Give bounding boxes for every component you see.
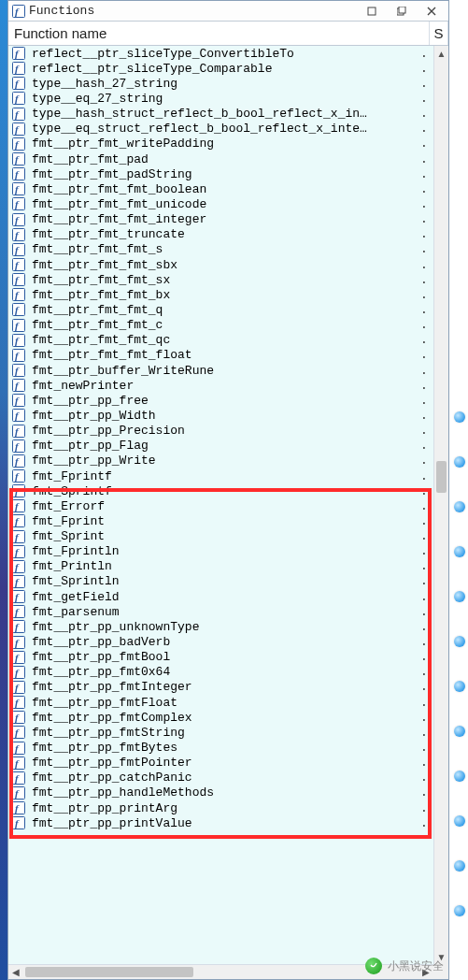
function-name: fmt__ptr_pp_fmtBool <box>32 650 418 664</box>
function-row[interactable]: fmt__ptr_pp_fmtFloat. <box>8 695 433 710</box>
function-row[interactable]: fmt__ptr_fmt_fmt_sx. <box>8 272 433 287</box>
function-name: fmt__ptr_fmt_fmt_integer <box>32 212 418 226</box>
function-row[interactable]: reflect__ptr_sliceType_ConvertibleTo. <box>8 46 433 61</box>
functions-list[interactable]: reflect__ptr_sliceType_ConvertibleTo.ref… <box>8 46 433 979</box>
horizontal-scrollbar[interactable]: ◀ ▶ <box>8 964 433 979</box>
function-row[interactable]: fmt__ptr_fmt_pad. <box>8 151 433 166</box>
column-header-function-name[interactable]: Function name <box>8 22 430 45</box>
function-icon <box>11 801 26 814</box>
function-icon <box>11 409 26 422</box>
function-segment: . <box>418 92 431 106</box>
function-row[interactable]: fmt_Fprintf. <box>8 468 433 483</box>
function-row[interactable]: fmt__ptr_pp_Flag. <box>8 439 433 454</box>
function-segment: . <box>418 394 431 408</box>
function-name: fmt_Sprintf <box>32 484 418 498</box>
function-icon <box>11 771 26 785</box>
function-row[interactable]: fmt_parsenum. <box>8 604 433 619</box>
function-row[interactable]: fmt__ptr_pp_handleMethods. <box>8 785 433 800</box>
function-icon <box>11 666 26 679</box>
function-row[interactable]: fmt_Sprint. <box>8 529 433 544</box>
function-icon <box>11 651 26 664</box>
function-segment: . <box>418 544 431 558</box>
function-icon <box>11 575 26 588</box>
function-row[interactable]: fmt_getField. <box>8 589 433 604</box>
function-row[interactable]: fmt__ptr_pp_catchPanic. <box>8 771 433 785</box>
scroll-right-arrow-icon[interactable]: ▶ <box>418 965 433 979</box>
function-row[interactable]: fmt__ptr_pp_Precision. <box>8 424 433 439</box>
function-row[interactable]: fmt__ptr_fmt_fmt_qc. <box>8 333 433 348</box>
function-row[interactable]: fmt_newPrinter. <box>8 378 433 393</box>
function-name: fmt__ptr_pp_free <box>32 394 418 408</box>
indicator-dot <box>454 681 465 692</box>
function-name: fmt_Sprintln <box>32 574 418 588</box>
function-row[interactable]: fmt__ptr_fmt_fmt_s. <box>8 242 433 257</box>
function-row[interactable]: fmt__ptr_fmt_fmt_boolean. <box>8 181 433 196</box>
function-segment: . <box>418 242 431 256</box>
scroll-track[interactable] <box>434 61 448 949</box>
function-segment: . <box>418 152 431 166</box>
function-row[interactable]: fmt__ptr_fmt_truncate. <box>8 227 433 242</box>
function-row[interactable]: fmt__ptr_pp_free. <box>8 393 433 408</box>
close-button[interactable] <box>418 3 445 20</box>
function-row[interactable]: fmt__ptr_pp_fmtPointer. <box>8 756 433 771</box>
function-row[interactable]: reflect__ptr_sliceType_Comparable. <box>8 61 433 76</box>
function-row[interactable]: type__hash_struct_reflect_b_bool_reflect… <box>8 107 433 122</box>
restore-button[interactable] <box>389 3 415 20</box>
function-row[interactable]: fmt__ptr_pp_fmt0x64. <box>8 665 433 680</box>
function-row[interactable]: fmt__ptr_fmt_fmt_float. <box>8 348 433 363</box>
function-row[interactable]: type__eq_struct_reflect_b_bool_reflect_x… <box>8 122 433 137</box>
function-icon <box>11 484 26 497</box>
function-row[interactable]: fmt__ptr_pp_unknownType. <box>8 619 433 634</box>
function-row[interactable]: fmt__ptr_fmt_writePadding. <box>8 137 433 151</box>
function-row[interactable]: fmt__ptr_pp_Width. <box>8 408 433 423</box>
scroll-left-arrow-icon[interactable]: ◀ <box>8 965 23 979</box>
function-row[interactable]: fmt__ptr_fmt_padString. <box>8 166 433 181</box>
function-row[interactable]: fmt_Fprint. <box>8 513 433 528</box>
function-row[interactable]: fmt__ptr_pp_printArg. <box>8 800 433 815</box>
function-row[interactable]: fmt_Sprintln. <box>8 574 433 589</box>
function-row[interactable]: type__hash_27_string. <box>8 76 433 91</box>
function-row[interactable]: fmt__ptr_pp_printValue. <box>8 815 433 830</box>
function-row[interactable]: fmt__ptr_pp_fmtString. <box>8 725 433 740</box>
function-row[interactable]: fmt_Println. <box>8 559 433 574</box>
scroll-up-arrow-icon[interactable]: ▲ <box>434 46 448 61</box>
function-row[interactable]: type__eq_27_string. <box>8 91 433 106</box>
function-row[interactable]: fmt__ptr_pp_fmtBytes. <box>8 740 433 755</box>
column-header-segment[interactable]: S <box>430 22 448 45</box>
function-name: fmt__ptr_fmt_fmt_qc <box>32 333 418 347</box>
vertical-scrollbar[interactable]: ▲ ▼ <box>433 46 448 964</box>
function-icon <box>11 605 26 618</box>
minimize-button[interactable] <box>359 3 385 20</box>
function-row[interactable]: fmt__ptr_pp_fmtBool. <box>8 650 433 665</box>
function-segment: . <box>418 348 431 362</box>
function-row[interactable]: fmt__ptr_fmt_fmt_unicode. <box>8 196 433 211</box>
function-row[interactable]: fmt_Fprintln. <box>8 544 433 559</box>
function-row[interactable]: fmt__ptr_pp_fmtInteger. <box>8 680 433 695</box>
function-name: fmt__ptr_fmt_padString <box>32 167 418 181</box>
function-row[interactable]: fmt__ptr_fmt_fmt_bx. <box>8 287 433 302</box>
function-row[interactable]: fmt__ptr_pp_badVerb. <box>8 634 433 649</box>
function-row[interactable]: fmt__ptr_pp_Write. <box>8 454 433 468</box>
hscroll-thumb[interactable] <box>25 967 193 977</box>
function-row[interactable]: fmt__ptr_fmt_fmt_integer. <box>8 212 433 227</box>
function-row[interactable]: fmt__ptr_fmt_fmt_c. <box>8 318 433 333</box>
function-row[interactable]: fmt__ptr_buffer_WriteRune. <box>8 363 433 378</box>
function-name: fmt_Fprintln <box>32 544 418 558</box>
scroll-down-arrow-icon[interactable]: ▼ <box>434 949 448 964</box>
function-icon <box>11 108 26 121</box>
function-row[interactable]: fmt_Sprintf. <box>8 483 433 498</box>
function-row[interactable]: fmt__ptr_fmt_fmt_q. <box>8 302 433 317</box>
function-name: fmt_newPrinter <box>32 379 418 393</box>
function-segment: . <box>418 273 431 287</box>
function-name: fmt__ptr_fmt_writePadding <box>32 137 418 151</box>
function-segment: . <box>418 756 431 770</box>
function-row[interactable]: fmt_Errorf. <box>8 498 433 513</box>
indicator-dot <box>454 860 465 872</box>
function-segment: . <box>418 333 431 347</box>
function-row[interactable]: fmt__ptr_pp_fmtComplex. <box>8 710 433 725</box>
function-segment: . <box>418 182 431 196</box>
panel-titlebar[interactable]: Functions <box>8 1 448 22</box>
function-row[interactable]: fmt__ptr_fmt_fmt_sbx. <box>8 257 433 272</box>
scroll-thumb[interactable] <box>436 461 447 493</box>
function-segment: . <box>418 167 431 181</box>
